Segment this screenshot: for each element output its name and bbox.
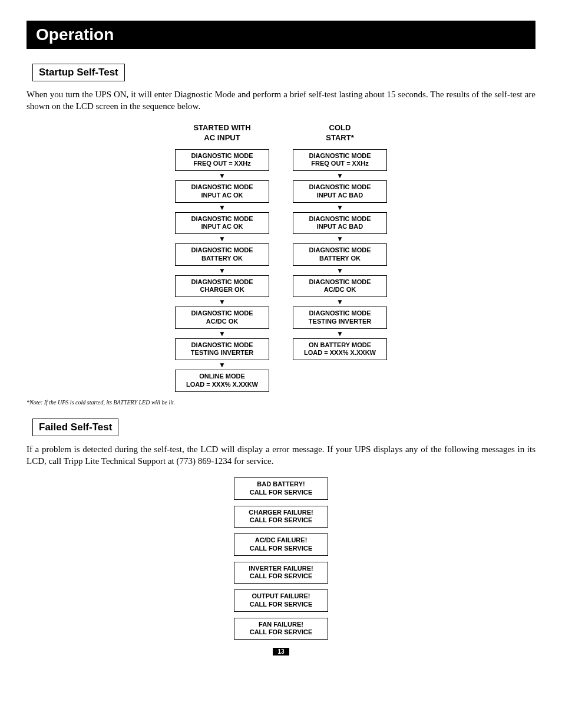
step-l1: ON BATTERY MODE xyxy=(309,341,371,348)
step-l2: FREQ OUT = XXHz xyxy=(193,160,251,167)
step-l1: DIAGNOSTIC MODE xyxy=(309,278,371,285)
step-l1: DIAGNOSTIC MODE xyxy=(191,278,253,285)
down-arrow-icon: ▼ xyxy=(336,172,343,179)
step-l2: LOAD = XXX% X.XXKW xyxy=(304,349,376,356)
fail-l2: CALL FOR SERVICE xyxy=(250,489,313,496)
fail-l2: CALL FOR SERVICE xyxy=(250,628,313,635)
step-l1: DIAGNOSTIC MODE xyxy=(191,152,253,159)
step-l1: DIAGNOSTIC MODE xyxy=(191,215,253,222)
fail-message-box: FAN FAILURE!CALL FOR SERVICE xyxy=(234,618,328,640)
step-l2: CHARGER OK xyxy=(200,286,244,293)
down-arrow-icon: ▼ xyxy=(219,235,226,242)
down-arrow-icon: ▼ xyxy=(336,330,343,337)
fail-message-box: OUTPUT FAILURE!CALL FOR SERVICE xyxy=(234,589,328,612)
cold-start-note: *Note: If the UPS is cold started, its B… xyxy=(27,399,535,406)
down-arrow-icon: ▼ xyxy=(219,172,226,179)
step-l2: LOAD = XXX% X.XXKW xyxy=(186,381,258,388)
flow-column-cold-start: COLD START* DIAGNOSTIC MODEFREQ OUT = XX… xyxy=(293,123,387,392)
fail-message-box: INVERTER FAILURE!CALL FOR SERVICE xyxy=(234,562,328,584)
page-number: 13 xyxy=(273,648,289,655)
column-header-cold-text: COLD START* xyxy=(326,123,353,143)
step-l2: BATTERY OK xyxy=(319,255,361,262)
step-l1: DIAGNOSTIC MODE xyxy=(191,341,253,348)
fail-l1: CHARGER FAILURE! xyxy=(249,509,313,516)
down-arrow-icon: ▼ xyxy=(219,361,226,368)
section-failed-title: Failed Self-Test xyxy=(32,419,118,436)
col2-head-text: COLD START* xyxy=(326,123,353,141)
step-l1: ONLINE MODE xyxy=(199,373,245,380)
step-l2: INPUT AC OK xyxy=(201,192,243,199)
flowchart-container: STARTED WITH AC INPUT DIAGNOSTIC MODEFRE… xyxy=(27,123,535,392)
step-l1: DIAGNOSTIC MODE xyxy=(191,183,253,190)
step-box: DIAGNOSTIC MODEBATTERY OK xyxy=(293,243,387,266)
failure-messages-container: BAD BATTERY!CALL FOR SERVICE CHARGER FAI… xyxy=(27,477,535,640)
step-box: DIAGNOSTIC MODECHARGER OK xyxy=(175,275,269,298)
step-box: ONLINE MODELOAD = XXX% X.XXKW xyxy=(175,370,269,392)
down-arrow-icon: ▼ xyxy=(219,204,226,211)
fail-message-box: CHARGER FAILURE!CALL FOR SERVICE xyxy=(234,506,328,528)
fail-l1: BAD BATTERY! xyxy=(257,480,305,487)
step-box: DIAGNOSTIC MODEFREQ OUT = XXHz xyxy=(175,149,269,172)
down-arrow-icon: ▼ xyxy=(219,298,226,305)
startup-paragraph: When you turn the UPS ON, it will enter … xyxy=(27,88,535,113)
step-box: DIAGNOSTIC MODEFREQ OUT = XXHz xyxy=(293,149,387,172)
fail-l1: FAN FAILURE! xyxy=(259,621,303,628)
column-header-cold: COLD START* xyxy=(326,123,353,143)
fail-l2: CALL FOR SERVICE xyxy=(250,516,313,523)
step-box: DIAGNOSTIC MODEAC/DC OK xyxy=(293,275,387,298)
down-arrow-icon: ▼ xyxy=(336,204,343,211)
col1-head-text: STARTED WITH AC INPUT xyxy=(193,123,250,141)
step-l2: TESTING INVERTER xyxy=(191,349,253,356)
step-l1: DIAGNOSTIC MODE xyxy=(191,246,253,253)
step-box: DIAGNOSTIC MODEINPUT AC OK xyxy=(175,212,269,235)
step-l2: INPUT AC OK xyxy=(201,223,243,230)
step-box: ON BATTERY MODELOAD = XXX% X.XXKW xyxy=(293,338,387,361)
step-box: DIAGNOSTIC MODEINPUT AC OK xyxy=(175,180,269,203)
step-l1: DIAGNOSTIC MODE xyxy=(191,309,253,317)
fail-l1: OUTPUT FAILURE! xyxy=(252,592,310,599)
failed-paragraph: If a problem is detected during the self… xyxy=(27,443,535,467)
step-box: DIAGNOSTIC MODEBATTERY OK xyxy=(175,243,269,266)
step-box: DIAGNOSTIC MODEINPUT AC BAD xyxy=(293,212,387,235)
down-arrow-icon: ▼ xyxy=(219,330,226,337)
fail-l2: CALL FOR SERVICE xyxy=(250,572,313,579)
column-header-ac-text: STARTED WITH AC INPUT xyxy=(193,123,250,143)
fail-l2: CALL FOR SERVICE xyxy=(250,601,313,608)
step-l2: BATTERY OK xyxy=(201,255,243,262)
fail-l1: AC/DC FAILURE! xyxy=(255,536,308,543)
column-header-ac: STARTED WITH AC INPUT xyxy=(193,123,250,143)
step-l2: AC/DC OK xyxy=(324,286,356,293)
fail-l1: INVERTER FAILURE! xyxy=(249,565,313,572)
down-arrow-icon: ▼ xyxy=(219,267,226,274)
fail-message-box: BAD BATTERY!CALL FOR SERVICE xyxy=(234,477,328,500)
step-l2: INPUT AC BAD xyxy=(317,223,363,230)
down-arrow-icon: ▼ xyxy=(336,298,343,305)
page-title-banner: Operation xyxy=(27,21,535,49)
step-l1: DIAGNOSTIC MODE xyxy=(309,246,371,253)
step-box: DIAGNOSTIC MODEAC/DC OK xyxy=(175,307,269,329)
down-arrow-icon: ▼ xyxy=(336,267,343,274)
fail-l2: CALL FOR SERVICE xyxy=(250,545,313,552)
step-box: DIAGNOSTIC MODETESTING INVERTER xyxy=(175,338,269,361)
step-l1: DIAGNOSTIC MODE xyxy=(309,152,371,159)
down-arrow-icon: ▼ xyxy=(336,235,343,242)
step-l1: DIAGNOSTIC MODE xyxy=(309,183,371,190)
section-startup-title: Startup Self-Test xyxy=(32,64,125,81)
step-l2: TESTING INVERTER xyxy=(309,318,371,325)
step-l1: DIAGNOSTIC MODE xyxy=(309,309,371,317)
step-box: DIAGNOSTIC MODEINPUT AC BAD xyxy=(293,180,387,203)
step-box: DIAGNOSTIC MODETESTING INVERTER xyxy=(293,307,387,329)
step-l2: FREQ OUT = XXHz xyxy=(311,160,369,167)
step-l2: INPUT AC BAD xyxy=(317,192,363,199)
fail-message-box: AC/DC FAILURE!CALL FOR SERVICE xyxy=(234,533,328,556)
flow-column-ac-input: STARTED WITH AC INPUT DIAGNOSTIC MODEFRE… xyxy=(175,123,269,392)
step-l2: AC/DC OK xyxy=(206,318,238,325)
step-l1: DIAGNOSTIC MODE xyxy=(309,215,371,222)
